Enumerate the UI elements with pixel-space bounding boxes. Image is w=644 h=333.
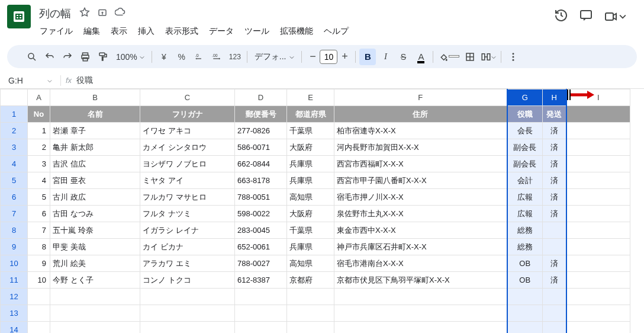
cell[interactable]	[50, 289, 140, 305]
cell[interactable]: 吉沢 信広	[50, 156, 140, 172]
cell[interactable]: イガラシ レイナ	[140, 222, 235, 239]
history-icon[interactable]	[554, 8, 568, 25]
row-header[interactable]: 1	[1, 106, 28, 123]
italic-button[interactable]: I	[377, 49, 394, 65]
cell[interactable]	[566, 272, 630, 289]
cell[interactable]: 586-0071	[235, 139, 287, 156]
cell[interactable]: 神戸市兵庫区石井町X-X-X	[334, 239, 507, 255]
cell[interactable]: 済	[543, 272, 566, 289]
col-header-F[interactable]: F	[334, 89, 507, 106]
more-toolbar-icon[interactable]	[505, 49, 521, 65]
cell[interactable]: 今野 とく子	[50, 272, 140, 289]
cell[interactable]	[235, 322, 287, 334]
row-header[interactable]: 8	[1, 222, 28, 239]
cell[interactable]	[287, 305, 334, 322]
cell[interactable]: 7	[28, 222, 50, 239]
font-size-input[interactable]	[320, 50, 337, 64]
cell[interactable]: 副会長	[507, 139, 543, 156]
cell[interactable]: 6	[28, 206, 50, 222]
menu-edit[interactable]: 編集	[79, 24, 104, 39]
cell[interactable]	[28, 322, 50, 334]
cell[interactable]: コンノ トクコ	[140, 272, 235, 289]
cell[interactable]: 宮田 亜衣	[50, 172, 140, 189]
cell[interactable]	[235, 305, 287, 322]
cell[interactable]: 大阪府	[287, 139, 334, 156]
col-header-I[interactable]: I	[566, 89, 630, 106]
cell[interactable]	[566, 189, 630, 206]
cell[interactable]	[50, 305, 140, 322]
cell[interactable]: 788-0027	[235, 255, 287, 272]
cell[interactable]: 済	[543, 206, 566, 222]
col-header-H[interactable]: H	[543, 89, 566, 106]
menu-tools[interactable]: ツール	[240, 24, 273, 39]
name-box-dropdown[interactable]	[44, 76, 56, 85]
cell[interactable]	[566, 305, 630, 322]
cell[interactable]	[566, 123, 630, 139]
cell[interactable]: 5	[28, 189, 50, 206]
cell[interactable]: 荒川 絵美	[50, 255, 140, 272]
cell[interactable]: 2	[28, 139, 50, 156]
cell[interactable]: 662-0844	[235, 156, 287, 172]
cell[interactable]: フルタ ナツミ	[140, 206, 235, 222]
cell[interactable]: 甲斐 美哉	[50, 239, 140, 255]
col-header-C[interactable]: C	[140, 89, 235, 106]
row-header[interactable]: 6	[1, 189, 28, 206]
col-header-G[interactable]: G	[507, 89, 543, 106]
cell[interactable]	[566, 289, 630, 305]
cell[interactable]: 亀井 新太郎	[50, 139, 140, 156]
cell[interactable]: イワセ アキコ	[140, 123, 235, 139]
row-header[interactable]: 14	[1, 322, 28, 334]
cell[interactable]: 612-8387	[235, 272, 287, 289]
cell[interactable]: 高知県	[287, 255, 334, 272]
cell[interactable]: 発送	[543, 106, 566, 123]
cell[interactable]: 会長	[507, 123, 543, 139]
row-header[interactable]: 3	[1, 139, 28, 156]
col-header-E[interactable]: E	[287, 89, 334, 106]
cell[interactable]: 598-0022	[235, 206, 287, 222]
cell[interactable]	[507, 322, 543, 334]
row-header[interactable]: 10	[1, 255, 28, 272]
cell[interactable]: ミヤタ アイ	[140, 172, 235, 189]
cell[interactable]: 役職	[507, 106, 543, 123]
cell[interactable]: 652-0061	[235, 239, 287, 255]
cell[interactable]	[566, 139, 630, 156]
menu-format[interactable]: 表示形式	[161, 24, 202, 39]
cell[interactable]: 会計	[507, 172, 543, 189]
search-icon[interactable]	[24, 49, 40, 65]
cell[interactable]	[566, 206, 630, 222]
cell[interactable]: 3	[28, 156, 50, 172]
cell[interactable]: フルカワ マサヒロ	[140, 189, 235, 206]
move-icon[interactable]	[97, 7, 108, 20]
col-header-A[interactable]: A	[28, 89, 50, 106]
cell[interactable]	[140, 305, 235, 322]
cell[interactable]: 西宮市西福町X-X-X	[334, 156, 507, 172]
menu-help[interactable]: ヘルプ	[320, 24, 353, 39]
cell[interactable]: 柏市宿連寺X-X-X	[334, 123, 507, 139]
cell[interactable]: 古川 政広	[50, 189, 140, 206]
cell[interactable]	[543, 305, 566, 322]
row-header[interactable]: 4	[1, 156, 28, 172]
menu-insert[interactable]: 挿入	[134, 24, 159, 39]
cell[interactable]: 古田 なつみ	[50, 206, 140, 222]
cell[interactable]: 岩瀬 章子	[50, 123, 140, 139]
cell[interactable]: 283-0045	[235, 222, 287, 239]
cell[interactable]	[50, 322, 140, 334]
formula-content[interactable]: 役職	[76, 75, 93, 86]
more-formats-button[interactable]: 123	[227, 49, 243, 65]
menu-file[interactable]: ファイル	[36, 24, 77, 39]
meet-button[interactable]	[604, 9, 626, 24]
cell[interactable]	[566, 222, 630, 239]
cell[interactable]: 兵庫県	[287, 239, 334, 255]
cell[interactable]: 大阪府	[287, 206, 334, 222]
cell[interactable]	[566, 172, 630, 189]
font-size-increase[interactable]: +	[337, 50, 352, 64]
cell[interactable]: カメイ シンタロウ	[140, 139, 235, 156]
cell[interactable]: 済	[543, 139, 566, 156]
cell[interactable]	[334, 322, 507, 334]
fill-color-button[interactable]	[437, 49, 461, 65]
cell[interactable]: 郵便番号	[235, 106, 287, 123]
cell[interactable]: 兵庫県	[287, 172, 334, 189]
cell[interactable]	[566, 106, 630, 123]
cell[interactable]: 済	[543, 123, 566, 139]
cell[interactable]: 都道府県	[287, 106, 334, 123]
